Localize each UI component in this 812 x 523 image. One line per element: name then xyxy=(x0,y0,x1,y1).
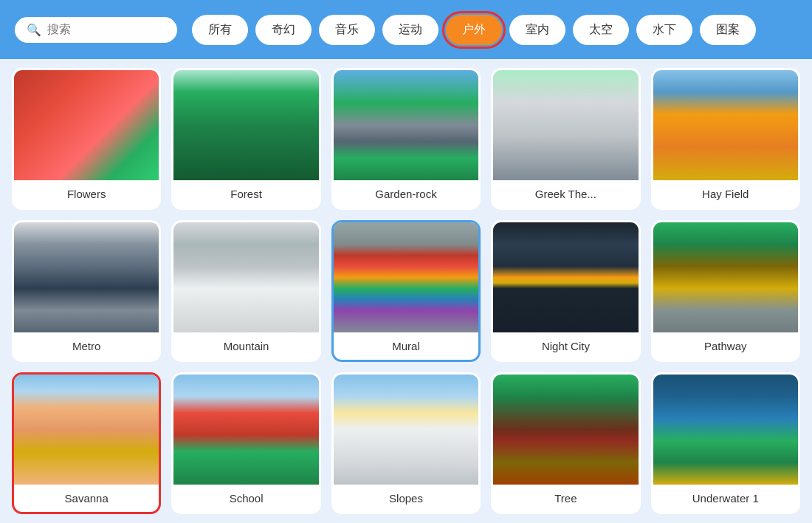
filter-tab-all[interactable]: 所有 xyxy=(192,15,248,45)
card-metro[interactable]: Metro xyxy=(12,220,161,362)
card-underwater1[interactable]: Underwater 1 xyxy=(651,372,800,514)
filter-tabs: 所有奇幻音乐运动户外室内太空水下图案 xyxy=(192,15,756,45)
filter-tab-space[interactable]: 太空 xyxy=(573,15,629,45)
card-label-greek-the: Greek The... xyxy=(493,180,638,208)
card-image-pathway xyxy=(653,222,798,332)
card-image-flowers xyxy=(14,70,159,180)
card-pathway[interactable]: Pathway xyxy=(651,220,800,362)
card-image-greek-the xyxy=(493,70,638,180)
card-label-flowers: Flowers xyxy=(14,180,159,208)
card-slopes[interactable]: Slopes xyxy=(331,372,481,514)
card-image-metro xyxy=(14,222,159,332)
card-image-underwater1 xyxy=(653,375,798,485)
card-forest[interactable]: Forest xyxy=(171,68,320,210)
card-greek-the[interactable]: Greek The... xyxy=(491,68,640,210)
card-label-mountain: Mountain xyxy=(173,332,318,360)
card-garden-rock[interactable]: Garden-rock xyxy=(331,68,481,210)
card-image-mountain xyxy=(173,222,318,332)
card-image-mural xyxy=(334,222,478,332)
card-hay-field[interactable]: Hay Field xyxy=(651,68,800,210)
filter-tab-fantasy[interactable]: 奇幻 xyxy=(255,15,312,45)
card-label-mural: Mural xyxy=(334,332,478,360)
card-label-school: School xyxy=(173,485,318,512)
filter-tab-pattern[interactable]: 图案 xyxy=(700,15,756,45)
card-label-pathway: Pathway xyxy=(653,332,798,360)
card-label-slopes: Slopes xyxy=(334,485,478,512)
card-label-forest: Forest xyxy=(173,180,318,208)
card-label-hay-field: Hay Field xyxy=(653,180,798,208)
card-label-garden-rock: Garden-rock xyxy=(334,180,478,208)
card-image-garden-rock xyxy=(334,70,478,180)
card-image-school xyxy=(173,375,318,485)
card-label-metro: Metro xyxy=(14,332,159,360)
filter-tab-sport[interactable]: 运动 xyxy=(382,15,438,45)
grid-container: FlowersForestGarden-rockGreek The...Hay … xyxy=(0,59,812,523)
card-school[interactable]: School xyxy=(171,372,320,514)
search-icon: 🔍 xyxy=(27,23,41,37)
card-image-forest xyxy=(173,70,318,180)
card-label-night-city: Night City xyxy=(493,332,638,360)
card-mural[interactable]: Mural xyxy=(331,220,481,362)
header: 🔍 所有奇幻音乐运动户外室内太空水下图案 xyxy=(0,0,812,59)
search-input[interactable] xyxy=(47,23,165,36)
card-label-savanna: Savanna xyxy=(14,485,159,512)
card-flowers[interactable]: Flowers xyxy=(12,68,161,210)
card-image-night-city xyxy=(493,222,638,332)
card-savanna[interactable]: Savanna xyxy=(12,372,161,514)
card-tree[interactable]: Tree xyxy=(491,372,640,514)
search-box: 🔍 xyxy=(15,17,177,43)
card-label-tree: Tree xyxy=(493,485,638,512)
card-mountain[interactable]: Mountain xyxy=(171,220,320,362)
filter-tab-music[interactable]: 音乐 xyxy=(319,15,375,45)
card-image-slopes xyxy=(334,375,478,485)
card-image-tree xyxy=(493,375,638,485)
card-label-underwater1: Underwater 1 xyxy=(653,485,798,512)
card-image-hay-field xyxy=(653,70,798,180)
card-image-savanna xyxy=(14,375,159,485)
filter-tab-outdoor[interactable]: 户外 xyxy=(446,15,502,45)
card-night-city[interactable]: Night City xyxy=(491,220,640,362)
filter-tab-indoor[interactable]: 室内 xyxy=(509,15,565,45)
filter-tab-underwater[interactable]: 水下 xyxy=(636,15,692,45)
